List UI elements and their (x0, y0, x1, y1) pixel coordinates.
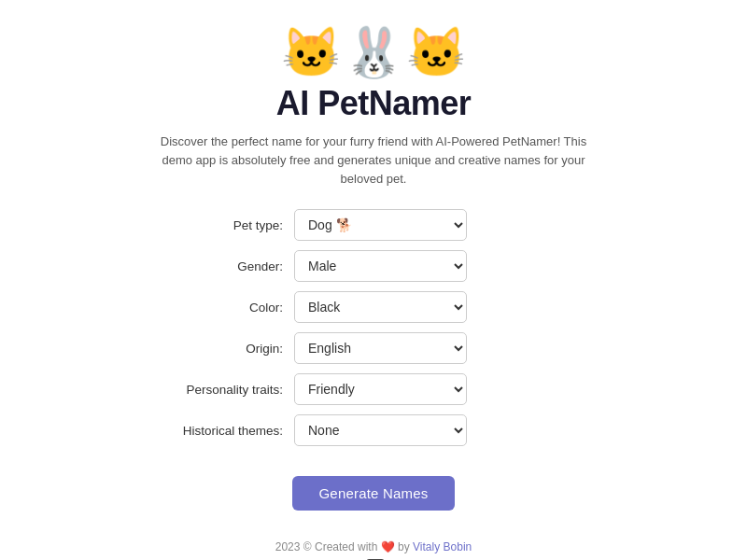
personality-row: Personality traits: Friendly Playful Cal… (159, 373, 588, 405)
generate-button[interactable]: Generate Names (292, 476, 454, 511)
personality-select[interactable]: Friendly Playful Calm Energetic Shy (294, 373, 467, 405)
historical-row: Historical themes: None Medieval Victori… (159, 414, 588, 446)
personality-label: Personality traits: (159, 383, 294, 397)
form-container: Pet type: Dog 🐕 Cat 🐈 Rabbit 🐇 Bird 🐦 Ge… (159, 209, 588, 511)
footer-by: by (398, 540, 410, 553)
pet-type-row: Pet type: Dog 🐕 Cat 🐈 Rabbit 🐇 Bird 🐦 (159, 209, 588, 241)
pet-icons: 🐱 🐰 🐱 (281, 28, 467, 77)
generate-row: Generate Names (159, 465, 588, 511)
pet-type-label: Pet type: (159, 218, 294, 232)
gender-row: Gender: Male Female (159, 250, 588, 282)
cat-icon-1: 🐱 (281, 28, 342, 77)
origin-select[interactable]: English French Japanese Spanish Italian (294, 332, 467, 364)
origin-label: Origin: (159, 342, 294, 356)
color-row: Color: Black White Brown Golden Gray (159, 291, 588, 323)
app-title: AI PetNamer (276, 84, 472, 123)
heart-icon: ❤️ (381, 540, 398, 553)
historical-label: Historical themes: (159, 424, 294, 438)
cat-icon-2: 🐱 (406, 28, 467, 77)
footer: 2023 © Created with ❤️ by Vitaly Bobin ⊙… (275, 540, 472, 560)
footer-copyright: 2023 © Created with (275, 540, 378, 553)
footer-author-link[interactable]: Vitaly Bobin (413, 540, 472, 553)
rabbit-icon: 🐰 (344, 28, 404, 77)
pet-type-select[interactable]: Dog 🐕 Cat 🐈 Rabbit 🐇 Bird 🐦 (294, 209, 467, 241)
historical-select[interactable]: None Medieval Victorian Ancient Modern (294, 414, 467, 446)
gender-label: Gender: (159, 259, 294, 273)
footer-text: 2023 © Created with ❤️ by Vitaly Bobin (275, 540, 472, 553)
gender-select[interactable]: Male Female (294, 250, 467, 282)
color-select[interactable]: Black White Brown Golden Gray (294, 291, 467, 323)
origin-row: Origin: English French Japanese Spanish … (159, 332, 588, 364)
color-label: Color: (159, 301, 294, 315)
app-description: Discover the perfect name for your furry… (159, 133, 588, 189)
main-container: 🐱 🐰 🐱 AI PetNamer Discover the perfect n… (0, 0, 747, 560)
